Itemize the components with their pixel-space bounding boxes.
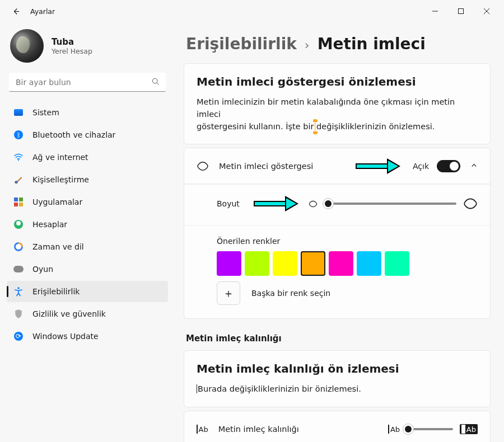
user-name: Tuba	[52, 37, 92, 47]
sidebar-item-gaming[interactable]: Oyun	[7, 258, 168, 280]
thickness-row-card: Ab Metin imleç kalınlığı Ab Ab	[184, 411, 491, 442]
sidebar-item-label: Oyun	[32, 265, 53, 274]
sidebar: Tuba Yerel Hesap Sistem ᛒBluetooth ve ci…	[0, 22, 175, 442]
indicator-toggle-row[interactable]: Metin imleci göstergesi Açık	[184, 148, 490, 184]
user-subtitle: Yerel Hesap	[52, 47, 92, 55]
sidebar-item-time[interactable]: Zaman ve dil	[7, 236, 168, 257]
color-swatch[interactable]	[217, 251, 241, 276]
toggle-state: Açık	[413, 162, 429, 171]
add-color-button[interactable]: ＋	[217, 281, 240, 305]
annotation-arrow-icon	[356, 158, 400, 174]
gamepad-icon	[13, 264, 24, 274]
thickness-max-icon: Ab	[460, 424, 478, 434]
indicator-toggle[interactable]	[437, 160, 460, 172]
thickness-section-title: Metin imleç kalınlığı	[186, 333, 491, 344]
apps-icon	[13, 197, 24, 207]
sidebar-item-label: Hesaplar	[32, 220, 67, 229]
slider-thumb[interactable]	[403, 424, 414, 435]
indicator-preview-card: Metin imleci göstergesi önizlemesi Metin…	[184, 63, 491, 144]
thickness-thin-icon: Ab	[197, 425, 208, 434]
breadcrumb: Erişilebilirlik › Metin imleci	[184, 30, 491, 63]
size-slider[interactable]	[324, 203, 456, 205]
sidebar-item-bluetooth[interactable]: ᛒBluetooth ve cihazlar	[7, 124, 168, 145]
annotation-arrow-icon	[254, 196, 298, 211]
clock-icon	[13, 242, 24, 252]
svg-point-2	[18, 159, 19, 161]
thickness-preview-text: Burada değişikliklerinizin bir önizlemes…	[197, 383, 478, 396]
user-icon	[13, 219, 24, 229]
svg-point-1	[152, 78, 157, 83]
back-button[interactable]	[8, 3, 24, 19]
update-icon: ⟳	[13, 331, 24, 341]
sidebar-item-label: Uygulamalar	[32, 198, 82, 206]
indicator-large-icon	[463, 198, 478, 210]
wifi-icon	[13, 152, 24, 162]
svg-rect-0	[459, 9, 464, 14]
size-label: Boyut	[217, 199, 244, 208]
sidebar-item-label: Windows Update	[32, 332, 99, 341]
color-swatch[interactable]	[329, 251, 353, 276]
sidebar-item-apps[interactable]: Uygulamalar	[7, 191, 168, 213]
thickness-preview-title: Metin imleç kalınlığı ön izlemesi	[197, 362, 478, 375]
sidebar-item-accounts[interactable]: Hesaplar	[7, 214, 168, 235]
slider-thumb[interactable]	[323, 198, 334, 209]
sidebar-item-label: Kişiselleştirme	[32, 175, 89, 184]
thickness-slider[interactable]	[407, 428, 453, 430]
text-cursor-preview-icon	[314, 121, 316, 133]
color-swatch[interactable]	[273, 251, 297, 276]
search-box[interactable]	[9, 73, 166, 92]
window-title: Ayarlar	[30, 7, 55, 16]
breadcrumb-parent[interactable]: Erişilebilirlik	[186, 35, 297, 53]
chevron-up-icon[interactable]	[470, 162, 478, 171]
monitor-icon	[13, 107, 24, 117]
preview-title: Metin imleci göstergesi önizlemesi	[197, 75, 478, 88]
sidebar-item-network[interactable]: Ağ ve internet	[7, 147, 168, 168]
svg-point-3	[15, 181, 17, 184]
sidebar-item-label: Sistem	[32, 108, 59, 117]
thickness-row[interactable]: Ab Metin imleç kalınlığı Ab Ab	[184, 411, 490, 442]
user-block[interactable]: Tuba Yerel Hesap	[7, 22, 168, 73]
close-button[interactable]	[474, 2, 500, 20]
indicator-colors-section: Önerilen renkler ＋ Başka bir renk seçin	[184, 225, 490, 318]
sidebar-item-label: Erişilebilirlik	[32, 287, 80, 296]
thickness-min-icon: Ab	[388, 425, 400, 434]
search-input[interactable]	[9, 73, 166, 92]
plus-icon: ＋	[223, 286, 234, 301]
avatar	[10, 29, 44, 63]
preview-desc: Metin imlecinizin bir metin kalabalığınd…	[197, 96, 478, 133]
indicator-settings-card: Metin imleci göstergesi Açık Boyut	[184, 148, 491, 319]
color-swatch[interactable]	[385, 251, 409, 276]
minimize-button[interactable]	[422, 2, 448, 20]
sidebar-item-label: Ağ ve internet	[32, 153, 88, 162]
sidebar-item-accessibility[interactable]: Erişilebilirlik	[7, 281, 168, 302]
indicator-icon	[197, 161, 209, 171]
indicator-label: Metin imleci göstergesi	[219, 162, 313, 171]
nav-list: Sistem ᛒBluetooth ve cihazlar Ağ ve inte…	[7, 102, 168, 347]
color-swatch[interactable]	[301, 251, 325, 276]
colors-label: Önerilen renkler	[217, 237, 478, 246]
sidebar-item-update[interactable]: ⟳Windows Update	[7, 326, 168, 347]
sidebar-item-personalize[interactable]: Kişiselleştirme	[7, 169, 168, 190]
shield-icon	[13, 309, 24, 319]
accessibility-icon	[13, 286, 24, 297]
titlebar: Ayarlar	[0, 0, 504, 22]
indicator-size-row: Boyut	[184, 184, 490, 225]
svg-point-4	[17, 287, 19, 289]
brush-icon	[13, 175, 24, 185]
content: Erişilebilirlik › Metin imleci Metin iml…	[175, 22, 504, 442]
pick-color-label: Başka bir renk seçin	[251, 289, 330, 298]
sidebar-item-label: Bluetooth ve cihazlar	[32, 130, 115, 139]
sidebar-item-label: Zaman ve dil	[32, 242, 84, 251]
arrow-left-icon	[12, 7, 20, 16]
bluetooth-icon: ᛒ	[13, 130, 24, 140]
search-icon	[151, 77, 160, 88]
color-swatch[interactable]	[357, 251, 381, 276]
chevron-right-icon: ›	[305, 38, 310, 52]
maximize-button[interactable]	[448, 2, 474, 20]
indicator-small-icon	[309, 200, 318, 208]
sidebar-item-privacy[interactable]: Gizlilik ve güvenlik	[7, 303, 168, 325]
sidebar-item-system[interactable]: Sistem	[7, 102, 168, 123]
color-swatch[interactable]	[245, 251, 269, 276]
thickness-label: Metin imleç kalınlığı	[218, 425, 299, 434]
page-title: Metin imleci	[318, 35, 426, 53]
